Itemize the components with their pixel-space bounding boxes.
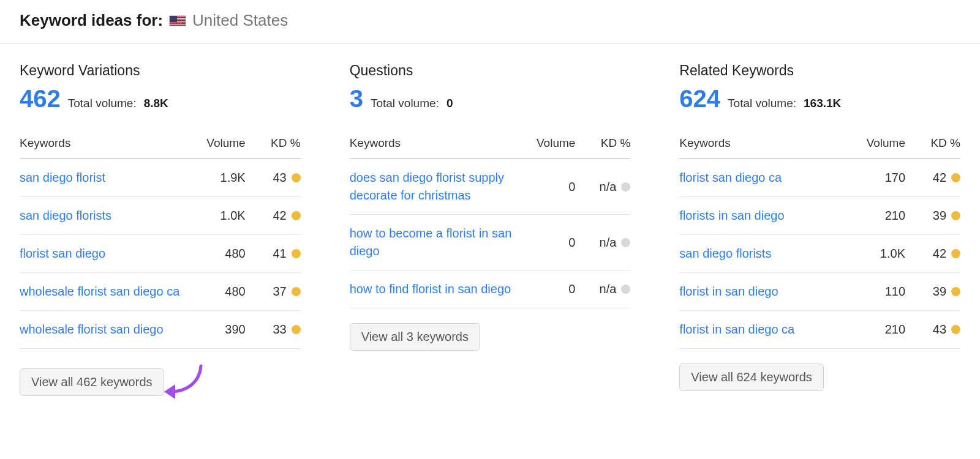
kd-text: 42 (273, 209, 286, 223)
kd-text: 37 (273, 285, 286, 299)
kd-value: 41 (246, 235, 301, 273)
keyword-link[interactable]: san diego florist (20, 159, 190, 197)
table-row: florist san diego ca17042 (679, 159, 960, 197)
keyword-link[interactable]: how to find florist in san diego (350, 271, 521, 308)
panel-count[interactable]: 3 (350, 86, 363, 111)
kd-value: 33 (246, 311, 301, 349)
panel-stats: 3Total volume:0 (350, 86, 631, 111)
panel-related: Related Keywords624Total volume:163.1KKe… (679, 62, 960, 391)
keyword-link[interactable]: wholesale florist san diego ca (20, 273, 190, 311)
difficulty-dot-icon (951, 287, 960, 296)
difficulty-dot-icon (951, 249, 960, 258)
view-all-button[interactable]: View all 462 keywords (20, 368, 164, 396)
panel-stats: 624Total volume:163.1K (679, 86, 960, 111)
col-header-volume[interactable]: Volume (520, 130, 575, 159)
difficulty-dot-icon (292, 325, 301, 334)
keyword-link[interactable]: how to become a florist in san diego (350, 215, 521, 271)
kd-text: 41 (273, 247, 286, 261)
kd-value: n/a (575, 215, 630, 271)
volume-value: 0 (520, 159, 575, 215)
col-header-kd[interactable]: KD % (905, 130, 960, 159)
difficulty-dot-icon (951, 173, 960, 182)
panel-title: Questions (350, 62, 631, 79)
difficulty-dot-icon (292, 173, 301, 182)
kd-value: 39 (905, 197, 960, 235)
difficulty-dot-icon (951, 211, 960, 220)
kd-text: 39 (933, 285, 946, 299)
keyword-link[interactable]: does san diego florist supply decorate f… (350, 159, 521, 215)
total-volume-label: Total volume: (68, 97, 137, 110)
difficulty-dot-icon (292, 249, 301, 258)
volume-value: 210 (850, 197, 905, 235)
kd-text: 43 (933, 323, 946, 337)
keyword-link[interactable]: florists in san diego (679, 197, 850, 235)
kd-text: n/a (600, 180, 617, 194)
panel-stats: 462Total volume:8.8K (20, 86, 301, 111)
keywords-table: KeywordsVolumeKD %does san diego florist… (350, 130, 631, 308)
table-row: san diego florists1.0K42 (20, 197, 301, 235)
view-all-button[interactable]: View all 624 keywords (679, 364, 824, 391)
table-row: how to become a florist in san diego0n/a (350, 215, 631, 271)
table-row: wholesale florist san diego39033 (20, 311, 301, 349)
panel-count[interactable]: 462 (20, 86, 61, 111)
col-header-keywords[interactable]: Keywords (20, 130, 190, 159)
volume-value: 1.0K (190, 197, 246, 235)
kd-text: 39 (933, 209, 946, 223)
table-row: florists in san diego21039 (679, 197, 960, 235)
keywords-table: KeywordsVolumeKD %san diego florist1.9K4… (20, 130, 301, 349)
kd-value: 42 (246, 197, 301, 235)
keyword-link[interactable]: san diego florists (679, 235, 850, 273)
volume-value: 480 (190, 235, 246, 273)
header-country: United States (192, 11, 288, 30)
col-header-volume[interactable]: Volume (190, 130, 246, 159)
kd-value: 42 (905, 159, 960, 197)
difficulty-dot-icon (292, 287, 301, 296)
volume-value: 0 (520, 271, 575, 308)
difficulty-dot-icon (292, 211, 301, 220)
annotation-arrow-icon (163, 364, 206, 400)
keyword-link[interactable]: wholesale florist san diego (20, 311, 190, 349)
kd-text: 33 (273, 323, 286, 337)
col-header-kd[interactable]: KD % (575, 130, 630, 159)
panel-title: Related Keywords (679, 62, 960, 79)
kd-text: 43 (273, 171, 286, 185)
kd-value: 42 (905, 235, 960, 273)
table-row: does san diego florist supply decorate f… (350, 159, 631, 215)
volume-value: 1.0K (850, 235, 905, 273)
panel-questions: Questions3Total volume:0KeywordsVolumeKD… (350, 62, 631, 351)
kd-value: 37 (246, 273, 301, 311)
col-header-kd[interactable]: KD % (246, 130, 301, 159)
col-header-volume[interactable]: Volume (850, 130, 905, 159)
keyword-link[interactable]: florist san diego (20, 235, 190, 273)
keywords-table: KeywordsVolumeKD %florist san diego ca17… (679, 130, 960, 349)
table-row: florist san diego48041 (20, 235, 301, 273)
table-row: san diego florists1.0K42 (679, 235, 960, 273)
header-title: Keyword ideas for: (20, 11, 163, 30)
us-flag-icon (169, 15, 186, 26)
keyword-link[interactable]: florist in san diego ca (679, 311, 850, 349)
kd-value: 43 (905, 311, 960, 349)
volume-value: 480 (190, 273, 246, 311)
volume-value: 110 (850, 273, 905, 311)
difficulty-dot-icon (621, 285, 630, 294)
volume-value: 210 (850, 311, 905, 349)
total-volume-value: 0 (447, 97, 453, 110)
page-header: Keyword ideas for: United States (0, 0, 980, 44)
panel-count[interactable]: 624 (679, 86, 720, 111)
col-header-keywords[interactable]: Keywords (679, 130, 850, 159)
table-row: san diego florist1.9K43 (20, 159, 301, 197)
keyword-link[interactable]: san diego florists (20, 197, 190, 235)
keyword-link[interactable]: florist in san diego (679, 273, 850, 311)
keyword-link[interactable]: florist san diego ca (679, 159, 850, 197)
difficulty-dot-icon (951, 325, 960, 334)
difficulty-dot-icon (621, 238, 630, 247)
difficulty-dot-icon (621, 182, 630, 192)
volume-value: 170 (850, 159, 905, 197)
col-header-keywords[interactable]: Keywords (350, 130, 521, 159)
kd-value: 43 (246, 159, 301, 197)
table-row: florist in san diego ca21043 (679, 311, 960, 349)
volume-value: 1.9K (190, 159, 246, 197)
panel-variations: Keyword Variations462Total volume:8.8KKe… (20, 62, 301, 400)
total-volume-value: 163.1K (804, 97, 841, 110)
view-all-button[interactable]: View all 3 keywords (350, 323, 480, 351)
